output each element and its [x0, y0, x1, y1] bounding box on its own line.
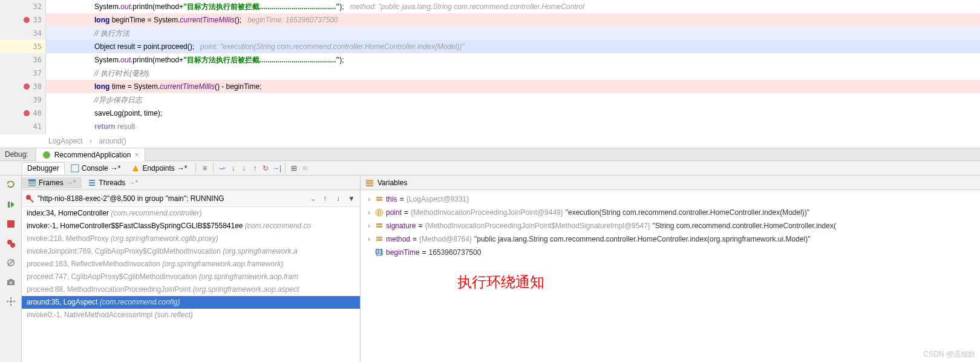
expand-icon[interactable]: ›: [365, 195, 373, 203]
variable-row[interactable]: › signature = {MethodInvocationProceedin…: [361, 219, 980, 232]
run-to-cursor-icon[interactable]: →|: [272, 163, 281, 173]
force-step-into-icon[interactable]: ↓: [239, 163, 249, 173]
stack-frame[interactable]: proceed:88, MethodInvocationProceedingJo…: [22, 283, 360, 296]
variable-row[interactable]: › method = {Method@8764} "public java.la…: [361, 232, 980, 246]
editor-area: 32333435363738394041 System.out.println(…: [0, 0, 980, 134]
var-type-icon: [375, 222, 384, 230]
stack-icon[interactable]: ≡: [200, 163, 209, 173]
breadcrumb[interactable]: LogAspect › around(): [0, 134, 980, 148]
debug-tool-tabs: Debugger Console →* Endpoints →* ≡ ⤻ ↓ ↓…: [0, 161, 980, 176]
svg-rect-2: [8, 202, 10, 208]
gutter-line[interactable]: 35: [0, 40, 45, 53]
thread-selector-row: "http-nio-8188-exec-2"@8,500 in group "m…: [22, 190, 360, 207]
chevron-down-icon[interactable]: ⌄: [310, 194, 316, 203]
filter-icon[interactable]: ▼: [347, 194, 356, 203]
step-over-icon[interactable]: ⤻: [217, 163, 227, 173]
debug-tab-label: RecommendApplication: [54, 151, 131, 159]
watermark: CSDN @流烟默: [923, 349, 975, 360]
pin-icon: →*: [177, 164, 188, 173]
svg-text:p: p: [377, 208, 382, 216]
evaluate-icon[interactable]: ⊞: [289, 163, 299, 173]
camera-icon[interactable]: [5, 276, 17, 288]
gutter-line[interactable]: 32: [0, 0, 45, 13]
tab-threads[interactable]: Threads→*: [82, 177, 144, 188]
tab-debugger[interactable]: Debugger: [22, 162, 65, 174]
code-line[interactable]: long beginTime = System.currentTimeMilli…: [46, 13, 980, 27]
gutter-line[interactable]: 37: [0, 67, 45, 80]
variables-list[interactable]: › this = {LogAspect@9331}›p point = {Met…: [361, 190, 980, 262]
frames-icon: [28, 179, 36, 187]
gutter-line[interactable]: 34: [0, 27, 45, 40]
code-line[interactable]: Object result = point.proceed(); point: …: [46, 40, 980, 53]
stack-frame[interactable]: proceed:747, CglibAopProxy$CglibMethodIn…: [22, 271, 360, 283]
svg-rect-32: [376, 237, 382, 239]
breakpoint-icon[interactable]: [24, 84, 30, 90]
endpoints-icon: [131, 164, 140, 173]
stack-frame[interactable]: invoke:-1, HomeController$$FastClassBySp…: [22, 220, 360, 232]
gutter-line[interactable]: 39: [0, 93, 45, 107]
stack-frame[interactable]: invokeJoinpoint:769, CglibAopProxy$Cglib…: [22, 245, 360, 258]
stack-frame[interactable]: invoke:218, MethodProxy (org.springframe…: [22, 232, 360, 245]
svg-rect-23: [366, 180, 373, 182]
var-type-icon: 01: [375, 248, 384, 257]
breadcrumb-part[interactable]: around(): [99, 137, 126, 145]
expand-icon[interactable]: ›: [365, 208, 373, 217]
svg-point-0: [43, 151, 50, 159]
step-out-icon[interactable]: ↑: [250, 163, 260, 173]
stack-frame[interactable]: proceed:163, ReflectiveMethodInvocation …: [22, 258, 360, 271]
debug-run-tab[interactable]: RecommendApplication ×: [36, 148, 146, 161]
code-line[interactable]: // 执行方法: [46, 27, 980, 40]
stack-frame[interactable]: around:35, LogAspect (com.recommend.conf…: [22, 296, 360, 309]
expand-icon[interactable]: ›: [365, 235, 373, 243]
trace-icon[interactable]: ≋: [300, 163, 310, 173]
prev-frame-icon[interactable]: ↑: [320, 194, 330, 203]
code-line[interactable]: long time = System.currentTimeMillis() -…: [46, 80, 980, 93]
resume-icon[interactable]: [5, 199, 17, 211]
code-line[interactable]: //异步保存日志: [46, 93, 980, 107]
tab-console[interactable]: Console →*: [66, 163, 126, 174]
variable-row[interactable]: ›p point = {MethodInvocationProceedingJo…: [361, 206, 980, 219]
close-icon[interactable]: ×: [134, 151, 139, 159]
svg-rect-18: [28, 185, 36, 186]
svg-rect-33: [376, 239, 382, 241]
code-area[interactable]: System.out.println(method+"目标方法执行前被拦截...…: [46, 0, 980, 134]
gutter-line[interactable]: 38: [0, 80, 45, 93]
svg-point-10: [9, 281, 12, 285]
drop-frame-icon[interactable]: ↻: [261, 163, 270, 173]
expand-icon[interactable]: ›: [365, 222, 373, 230]
variable-row[interactable]: › this = {LogAspect@9331}: [361, 193, 980, 206]
variables-header: Variables: [361, 176, 980, 190]
thread-combo[interactable]: "http-nio-8188-exec-2"@8,500 in group "m…: [25, 194, 307, 203]
tab-endpoints[interactable]: Endpoints →*: [126, 163, 192, 174]
stack-frame[interactable]: index:34, HomeController (com.recommend.…: [22, 207, 360, 220]
gutter-line[interactable]: 36: [0, 53, 45, 67]
breakpoint-icon[interactable]: [24, 17, 30, 23]
code-line[interactable]: return result·: [46, 120, 980, 133]
frames-panel: Frames→* Threads→* "http-nio-8188-exec-2…: [22, 176, 361, 362]
gutter-line[interactable]: 41: [0, 120, 45, 133]
variables-panel: Variables › this = {LogAspect@9331}›p po…: [361, 176, 980, 362]
settings-icon[interactable]: [5, 295, 17, 308]
debug-label: Debug:: [5, 150, 28, 159]
step-into-icon[interactable]: ↓: [228, 163, 238, 173]
code-line[interactable]: System.out.println(method+"目标方法执行后被拦截...…: [46, 53, 980, 67]
code-line[interactable]: System.out.println(method+"目标方法执行前被拦截...…: [46, 0, 980, 13]
debug-body: Frames→* Threads→* "http-nio-8188-exec-2…: [0, 176, 980, 362]
frame-list[interactable]: index:34, HomeController (com.recommend.…: [22, 207, 360, 362]
rerun-icon[interactable]: [5, 179, 17, 191]
view-breakpoints-icon[interactable]: [5, 237, 17, 249]
svg-point-5: [10, 243, 15, 248]
mute-breakpoints-icon[interactable]: [5, 257, 17, 269]
gutter-line[interactable]: 33: [0, 13, 45, 27]
next-frame-icon[interactable]: ↓: [333, 194, 343, 203]
variable-row[interactable]: 01 beginTime = 1653960737500: [361, 246, 980, 259]
breakpoint-icon[interactable]: [24, 110, 30, 116]
gutter-line[interactable]: 40: [0, 107, 45, 120]
code-line[interactable]: saveLog(point, time);: [46, 107, 980, 120]
tab-frames[interactable]: Frames→*: [22, 177, 82, 188]
code-line[interactable]: // 执行时长(毫秒): [46, 67, 980, 80]
breadcrumb-part[interactable]: LogAspect: [48, 137, 83, 145]
stack-frame[interactable]: invoke0:-1, NativeMethodAccessorImpl (su…: [22, 309, 360, 321]
stop-icon[interactable]: [5, 218, 17, 230]
svg-rect-9: [9, 279, 13, 281]
